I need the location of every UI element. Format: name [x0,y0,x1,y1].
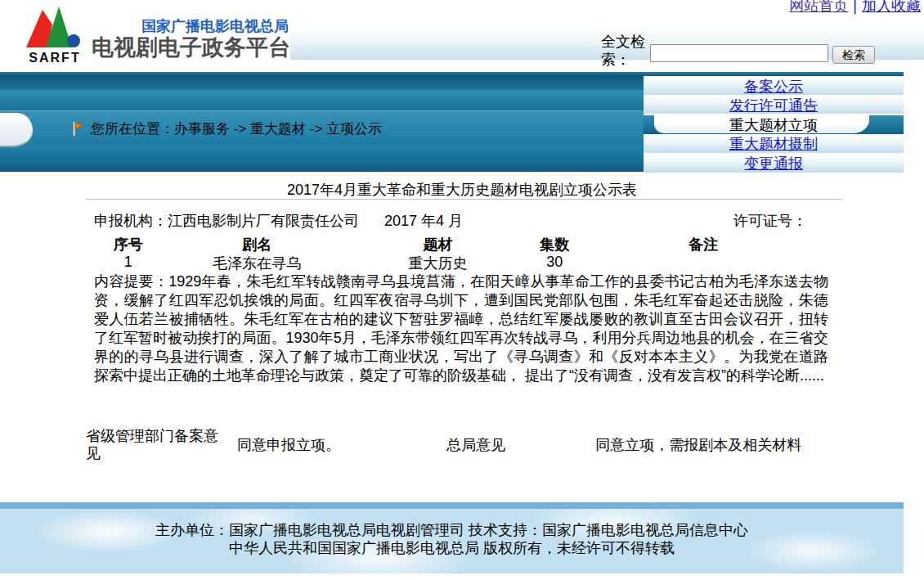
col-header-drama-name: 剧名 [171,235,343,254]
report-date: 2017 年4 月 [384,211,463,231]
search-input[interactable] [650,44,828,62]
breadcrumb-text: 您所在位置：办事服务 -> 重大题材 -> 立项公示 [91,119,382,138]
page-title: 2017年4月重大革命和重大历史题材电视剧立项公示表 [0,180,924,200]
breadcrumb-bar: 您所在位置：办事服务 -> 重大题材 -> 立项公示 [0,76,644,172]
cell-drama-name: 毛泽东在寻乌 [171,254,343,273]
license-number-label: 许可证号： [733,211,807,231]
menu-item-filing-publicity[interactable]: 备案公示 [644,78,904,95]
menu-link[interactable]: 重大题材摄制 [729,134,818,154]
page: SARFT 国家广播电影电视总局 电视剧电子政务平台 网站首页|加入收藏 全文检… [0,0,924,580]
synopsis-text: 内容提要：1929年春，朱毛红军转战赣南寻乌县境菖蒲，在阳天嶂从事革命工作的县委… [94,272,828,385]
footer-organizer-line: 主办单位：国家广播电影电视总局电视剧管理司 技术支持：国家广播电影电视总局信息中… [0,521,904,539]
provincial-opinion-value: 同意申报立项。 [227,427,446,463]
applicant-name: 申报机构：江西电影制片厂有限责任公司 [94,211,359,231]
navigation-zone: 您所在位置：办事服务 -> 重大题材 -> 立项公示 备案公示 发行许可通告 重… [0,76,904,176]
sarft-logo-icon [23,5,87,51]
nav-band [0,76,644,90]
nav-band [0,146,644,172]
top-links-separator: | [853,0,857,14]
col-header-index: 序号 [86,235,171,254]
col-header-remarks: 备注 [577,235,830,254]
search-button[interactable]: 检索 [832,46,875,64]
footer-top-bar [0,502,904,509]
menu-link[interactable]: 变更通报 [744,154,803,173]
publicity-table: 申报机构：江西电影制片厂有限责任公司 2017 年4 月 许可证号： 序号 剧名… [86,211,830,231]
table-row: 1 毛泽东在寻乌 重大历史 30 [86,254,830,273]
home-link[interactable]: 网站首页 [789,0,848,14]
logo-text: SARFT [23,51,87,65]
search-label: 全文检索： [601,33,648,69]
cell-remarks [577,254,830,273]
menu-item-major-subject-approval[interactable]: 重大题材立项 [644,115,904,134]
menu-item-major-subject-production[interactable]: 重大题材摄制 [644,135,904,153]
site-name: 电视剧电子政务平台 [92,33,290,62]
footer-background: 主办单位：国家广播电影电视总局电视剧管理司 技术支持：国家广播电影电视总局信息中… [0,509,904,573]
add-favorite-link[interactable]: 加入收藏 [862,0,921,14]
footer: 主办单位：国家广播电影电视总局电视剧管理司 技术支持：国家广播电影电视总局信息中… [0,502,904,573]
col-header-subject: 题材 [343,235,532,254]
cell-subject: 重大历史 [343,254,532,273]
menu-link[interactable]: 发行许可通告 [729,96,818,115]
top-links: 网站首页|加入收藏 [789,0,921,16]
applicant-row: 申报机构：江西电影制片厂有限责任公司 2017 年4 月 许可证号： [86,211,830,231]
menu-label-active: 重大题材立项 [729,115,818,135]
cell-index: 1 [86,254,171,273]
menu-item-change-notification[interactable]: 变更通报 [644,155,904,173]
title-divider [86,199,842,200]
breadcrumb: 您所在位置：办事服务 -> 重大题材 -> 立项公示 [72,113,382,144]
footer-copyright-line: 中华人民共和国国家广播电影电视总局 版权所有，未经许可不得转载 [0,539,904,557]
menu-item-distribution-license[interactable]: 发行许可通告 [644,97,904,114]
table-header-row: 序号 剧名 题材 集数 备注 [86,235,830,254]
side-menu: 备案公示 发行许可通告 重大题材立项 重大题材摄制 变更通报 [644,76,904,176]
cell-episodes: 30 [532,254,577,273]
col-header-episodes: 集数 [532,235,577,254]
opinions-row: 省级管理部门备案意见 同意申报立项。 总局意见 同意立项，需报剧本及相关材料 [86,427,830,463]
provincial-opinion-label: 省级管理部门备案意见 [86,427,227,463]
menu-link[interactable]: 备案公示 [744,77,803,97]
header: SARFT 国家广播电影电视总局 电视剧电子政务平台 网站首页|加入收藏 全文检… [0,0,924,76]
sarft-opinion-value: 同意立项，需报剧本及相关材料 [595,427,830,463]
sarft-opinion-label: 总局意见 [446,427,595,463]
sarft-logo: SARFT [23,5,87,69]
nav-band [0,90,644,110]
flag-icon [72,121,84,137]
